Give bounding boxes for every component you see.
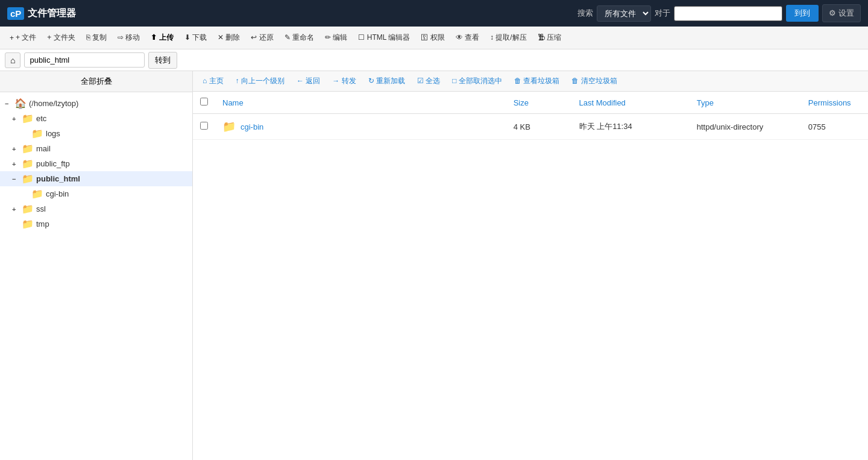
path-input[interactable] [24, 52, 145, 68]
view-trash-button[interactable]: 🗑 查看垃圾箱 [509, 74, 564, 89]
folder-icon-logs: 📁 [31, 128, 43, 139]
folder-icon-tmp: 📁 [22, 218, 34, 230]
folder-icon-cgi-bin: 📁 [31, 188, 43, 200]
file-table-container: Name Size Last Modified Type Permissions [193, 92, 868, 460]
tree-item-public-html[interactable]: − 📁 public_html [0, 171, 192, 186]
app-title: 文件管理器 [28, 7, 76, 20]
tree-label-public-ftp: public_ftp [36, 159, 70, 168]
row-checkbox[interactable] [200, 122, 208, 130]
tree-item-tmp[interactable]: 📁 tmp [0, 216, 192, 232]
tree-item-logs[interactable]: 📁 logs [0, 126, 192, 141]
reload-button[interactable]: ↻ 重新加载 [363, 74, 410, 89]
restore-button[interactable]: ↩ 还原 [246, 30, 278, 45]
file-table-body: 📁 cgi-bin 4 KB 昨天 上午11:34 httpd/unix-dir… [193, 114, 868, 140]
cp-logo-icon: cP [7, 7, 24, 20]
row-size-cell: 4 KB [506, 114, 572, 140]
row-permissions-cell: 0755 [801, 114, 868, 140]
select-all-checkbox-header[interactable] [193, 92, 215, 114]
tree-label-etc: etc [36, 114, 46, 123]
empty-trash-button[interactable]: 🗑 清空垃圾箱 [567, 74, 621, 89]
home-path-button[interactable]: ⌂ [5, 52, 20, 68]
tree-label-tmp: tmp [36, 219, 49, 228]
new-file-button[interactable]: + + 文件 [5, 30, 41, 45]
toggle-mail: + [12, 145, 19, 153]
settings-button[interactable]: ⚙ 设置 [822, 4, 861, 22]
edit-button[interactable]: ✏ 编辑 [320, 30, 352, 45]
header-search-area: 搜索 所有文件 文件名 文件内容 对于 到到 ⚙ 设置 [577, 4, 861, 22]
toggle-ssl: + [12, 206, 19, 213]
file-table: Name Size Last Modified Type Permissions [193, 92, 868, 140]
file-name-link[interactable]: cgi-bin [241, 122, 263, 131]
compress-button[interactable]: 🗜 压缩 [533, 30, 566, 45]
select-all-checkbox[interactable] [200, 98, 208, 106]
tree-item-public-ftp[interactable]: + 📁 public_ftp [0, 156, 192, 171]
tree-item-root[interactable]: − 🏠 (/home/lzytop) [0, 96, 192, 111]
tree-item-cgi-bin[interactable]: 📁 cgi-bin [0, 186, 192, 201]
file-tree: − 🏠 (/home/lzytop) + 📁 etc 📁 logs + 📁 ma… [0, 92, 192, 235]
column-header-type[interactable]: Type [690, 92, 801, 114]
tree-label-ssl: ssl [36, 204, 46, 213]
row-type-cell: httpd/unix-directory [690, 114, 801, 140]
select-all-button[interactable]: ☑ 全选 [412, 74, 445, 89]
toggle-public-html: − [12, 175, 19, 183]
tree-label-root: (/home/lzytop) [29, 99, 78, 108]
nav-bar: ⌂ 主页 ↑ 向上一个级别 ← 返回 → 转发 ↻ 重新加载 ☑ 全选 □ 全部… [193, 71, 868, 92]
toggle-public-ftp: + [12, 160, 19, 168]
upload-button[interactable]: ⬆ 上传 [146, 30, 178, 45]
column-header-permissions[interactable]: Permissions [801, 92, 868, 114]
folder-icon-mail: 📁 [22, 143, 34, 154]
forward-button[interactable]: → 转发 [327, 74, 360, 89]
path-bar: ⌂ 转到 [0, 49, 868, 71]
up-level-button[interactable]: ↑ 向上一个级别 [231, 74, 289, 89]
column-header-modified[interactable]: Last Modified [572, 92, 690, 114]
toggle-root: − [5, 100, 12, 107]
tree-item-mail[interactable]: + 📁 mail [0, 141, 192, 156]
sidebar: 全部折叠 − 🏠 (/home/lzytop) + 📁 etc 📁 logs [0, 71, 193, 460]
folder-icon-public-html: 📁 [22, 173, 34, 184]
view-button[interactable]: 👁 查看 [451, 30, 484, 45]
tree-label-logs: logs [46, 129, 60, 138]
collapse-all-button[interactable]: 全部折叠 [0, 71, 192, 92]
home-nav-button[interactable]: ⌂ 主页 [198, 74, 228, 89]
move-button[interactable]: ⇨ 移动 [113, 30, 145, 45]
tree-item-ssl[interactable]: + 📁 ssl [0, 201, 192, 216]
folder-icon-public-ftp: 📁 [22, 158, 34, 169]
row-checkbox-cell[interactable] [193, 114, 215, 140]
tree-item-etc[interactable]: + 📁 etc [0, 111, 192, 126]
main-layout: 全部折叠 − 🏠 (/home/lzytop) + 📁 etc 📁 logs [0, 71, 868, 460]
column-header-name[interactable]: Name [215, 92, 506, 114]
file-browser: ⌂ 主页 ↑ 向上一个级别 ← 返回 → 转发 ↻ 重新加载 ☑ 全选 □ 全部… [193, 71, 868, 460]
search-label: 搜索 [577, 8, 593, 19]
download-button[interactable]: ⬇ 下载 [180, 30, 212, 45]
home-folder-icon: 🏠 [14, 98, 27, 109]
search-input[interactable] [674, 6, 782, 21]
file-table-header: Name Size Last Modified Type Permissions [193, 92, 868, 114]
new-folder-button[interactable]: + 文件夹 [42, 30, 80, 45]
folder-icon-ssl: 📁 [22, 203, 34, 215]
row-name-cell: 📁 cgi-bin [215, 114, 506, 140]
search-goto-button[interactable]: 到到 [786, 5, 819, 22]
html-editor-button[interactable]: ☐ HTML 编辑器 [353, 30, 415, 45]
delete-button[interactable]: ✕ 删除 [213, 30, 245, 45]
copy-button[interactable]: ⎘ 复制 [81, 30, 112, 45]
search-scope-select[interactable]: 所有文件 文件名 文件内容 [597, 5, 651, 22]
permissions-button[interactable]: ⚿ 权限 [416, 30, 449, 45]
file-name-container: 📁 cgi-bin [222, 120, 499, 133]
tree-label-cgi-bin: cgi-bin [46, 189, 69, 198]
back-button[interactable]: ← 返回 [292, 74, 325, 89]
extract-button[interactable]: ↕ 提取/解压 [485, 30, 532, 45]
rename-button[interactable]: ✎ 重命名 [280, 30, 319, 45]
path-goto-button[interactable]: 转到 [148, 52, 177, 69]
folder-icon-etc: 📁 [22, 113, 34, 124]
deselect-all-button[interactable]: □ 全部取消选中 [447, 74, 507, 89]
column-header-size[interactable]: Size [506, 92, 572, 114]
main-toolbar: + + 文件 + 文件夹 ⎘ 复制 ⇨ 移动 ⬆ 上传 ⬇ 下载 ✕ 删除 ↩ … [0, 27, 868, 49]
app-header: cP 文件管理器 搜索 所有文件 文件名 文件内容 对于 到到 ⚙ 设置 [0, 0, 868, 27]
toggle-etc: + [12, 115, 19, 122]
table-row: 📁 cgi-bin 4 KB 昨天 上午11:34 httpd/unix-dir… [193, 114, 868, 140]
for-label: 对于 [655, 8, 670, 19]
row-modified-cell: 昨天 上午11:34 [572, 114, 690, 140]
app-logo: cP 文件管理器 [7, 7, 76, 20]
tree-label-mail: mail [36, 144, 51, 153]
tree-label-public-html: public_html [36, 174, 80, 183]
